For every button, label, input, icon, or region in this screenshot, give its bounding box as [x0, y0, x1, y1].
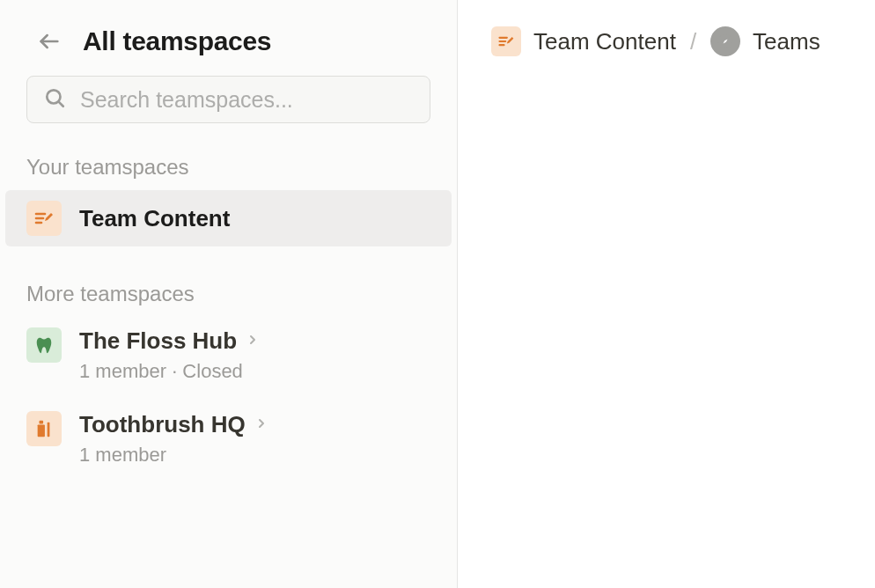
more-teamspaces-section: More teamspaces The Floss Hub 1 member ·… — [0, 282, 457, 484]
search-container — [0, 76, 457, 123]
more-item-content: The Floss Hub 1 member · Closed — [79, 327, 260, 383]
teamspace-name: The Floss Hub — [79, 327, 237, 355]
svg-rect-8 — [48, 423, 50, 437]
more-item-header: Toothbrush HQ — [79, 411, 268, 438]
search-icon — [43, 86, 66, 113]
more-item-header: The Floss Hub — [79, 327, 260, 355]
tooth-icon — [26, 327, 62, 363]
more-item-content: Toothbrush HQ 1 member — [79, 411, 268, 467]
sidebar-header: All teamspaces — [0, 26, 457, 76]
main-area: Team Content / Teams — [458, 0, 875, 588]
chevron-right-icon — [254, 416, 268, 434]
svg-line-2 — [59, 102, 63, 107]
teamspace-item-team-content[interactable]: Team Content — [5, 190, 452, 246]
teamspace-name: Toothbrush HQ — [79, 411, 246, 438]
search-input[interactable] — [80, 87, 414, 113]
teamspace-item-floss-hub[interactable]: The Floss Hub 1 member · Closed — [0, 317, 457, 401]
search-box[interactable] — [26, 76, 430, 123]
sidebar: All teamspaces Your teamspaces — [0, 0, 458, 588]
sidebar-title: All teamspaces — [83, 26, 271, 56]
breadcrumb-item-2[interactable]: Teams — [753, 28, 820, 55]
pencil-icon — [26, 201, 62, 236]
back-arrow-icon[interactable] — [37, 29, 62, 54]
bottle-icon — [26, 411, 62, 446]
svg-rect-7 — [38, 424, 45, 437]
more-teamspaces-label: More teamspaces — [0, 282, 457, 306]
teamspace-meta: 1 member — [79, 444, 268, 467]
your-teamspaces-section: Your teamspaces Team Content — [0, 155, 457, 246]
compass-icon — [710, 26, 740, 56]
teamspace-name: Team Content — [79, 205, 230, 232]
breadcrumb-separator: / — [688, 28, 698, 55]
breadcrumb-item-1[interactable]: Team Content — [533, 28, 676, 55]
teamspace-meta: 1 member · Closed — [79, 360, 260, 383]
teamspace-item-toothbrush-hq[interactable]: Toothbrush HQ 1 member — [0, 401, 457, 484]
svg-rect-6 — [40, 421, 44, 424]
your-teamspaces-label: Your teamspaces — [0, 155, 457, 180]
breadcrumb: Team Content / Teams — [491, 26, 875, 56]
pencil-icon — [491, 26, 521, 56]
chevron-right-icon — [246, 333, 260, 350]
